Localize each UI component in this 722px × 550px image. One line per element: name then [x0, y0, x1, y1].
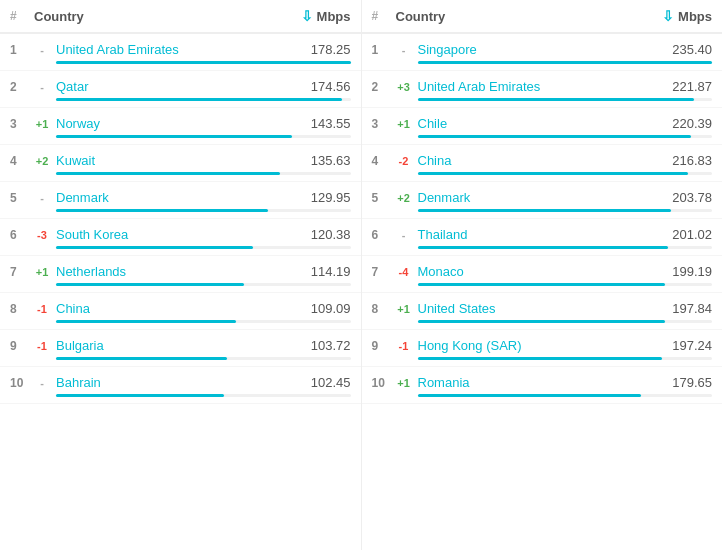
panel-left: #Country⇩Mbps1-United Arab Emirates178.2… [0, 0, 362, 550]
table-row: 5+2Denmark203.78 [362, 182, 723, 219]
row-change: - [28, 377, 56, 389]
table-row: 3+1Norway143.55 [0, 108, 361, 145]
table-row: 7-4Monaco199.19 [362, 256, 723, 293]
row-country-name[interactable]: Netherlands [56, 264, 311, 279]
row-top: 8-1China109.09 [10, 301, 351, 316]
mbps-text: Mbps [678, 9, 712, 24]
row-change: +1 [390, 377, 418, 389]
row-speed-value: 221.87 [672, 79, 712, 94]
row-top: 3+1Norway143.55 [10, 116, 351, 131]
row-top: 1-United Arab Emirates178.25 [10, 42, 351, 57]
progress-bar-fill [418, 135, 692, 138]
row-country-name[interactable]: China [418, 153, 673, 168]
progress-bar-background [56, 209, 351, 212]
row-change: -4 [390, 266, 418, 278]
progress-bar-fill [56, 320, 236, 323]
progress-bar-background [418, 394, 713, 397]
progress-bar-background [56, 283, 351, 286]
table-row: 2+3United Arab Emirates221.87 [362, 71, 723, 108]
table-row: 4+2Kuwait135.63 [0, 145, 361, 182]
row-speed-value: 120.38 [311, 227, 351, 242]
row-speed-value: 203.78 [672, 190, 712, 205]
row-number: 7 [10, 265, 28, 279]
row-number: 3 [372, 117, 390, 131]
row-country-name[interactable]: Bulgaria [56, 338, 311, 353]
row-number: 2 [372, 80, 390, 94]
table-row: 1-Singapore235.40 [362, 34, 723, 71]
row-speed-value: 114.19 [311, 264, 351, 279]
row-country-name[interactable]: Kuwait [56, 153, 311, 168]
row-country-name[interactable]: Romania [418, 375, 673, 390]
row-number: 10 [372, 376, 390, 390]
row-number: 1 [372, 43, 390, 57]
row-country-name[interactable]: Chile [418, 116, 673, 131]
row-change: -3 [28, 229, 56, 241]
row-top: 2-Qatar174.56 [10, 79, 351, 94]
row-change: -1 [28, 303, 56, 315]
row-speed-value: 174.56 [311, 79, 351, 94]
progress-bar-background [56, 320, 351, 323]
progress-bar-background [56, 135, 351, 138]
row-country-name[interactable]: Denmark [418, 190, 673, 205]
progress-bar-fill [56, 394, 224, 397]
row-number: 8 [372, 302, 390, 316]
row-country-name[interactable]: Norway [56, 116, 311, 131]
row-country-name[interactable]: China [56, 301, 311, 316]
row-country-name[interactable]: Monaco [418, 264, 673, 279]
row-country-name[interactable]: Singapore [418, 42, 673, 57]
row-speed-value: 216.83 [672, 153, 712, 168]
row-top: 7-4Monaco199.19 [372, 264, 713, 279]
row-top: 5+2Denmark203.78 [372, 190, 713, 205]
row-top: 6-Thailand201.02 [372, 227, 713, 242]
progress-bar-fill [56, 283, 244, 286]
row-speed-value: 179.65 [672, 375, 712, 390]
progress-bar-fill [418, 172, 689, 175]
row-country-name[interactable]: Bahrain [56, 375, 311, 390]
row-number: 9 [10, 339, 28, 353]
row-top: 9-1Hong Kong (SAR)197.24 [372, 338, 713, 353]
row-change: +1 [28, 118, 56, 130]
table-row: 8+1United States197.84 [362, 293, 723, 330]
row-change: - [390, 229, 418, 241]
table-row: 6-3South Korea120.38 [0, 219, 361, 256]
row-country-name[interactable]: United States [418, 301, 673, 316]
row-country-name[interactable]: Denmark [56, 190, 311, 205]
progress-bar-fill [56, 209, 268, 212]
row-speed-value: 199.19 [672, 264, 712, 279]
row-country-name[interactable]: United Arab Emirates [418, 79, 673, 94]
row-top: 10+1Romania179.65 [372, 375, 713, 390]
progress-bar-fill [418, 283, 665, 286]
table-row: 9-1Bulgaria103.72 [0, 330, 361, 367]
header-left: #Country⇩Mbps [0, 0, 361, 34]
progress-bar-fill [56, 172, 280, 175]
row-change: +1 [28, 266, 56, 278]
progress-bar-background [418, 135, 713, 138]
row-country-name[interactable]: Qatar [56, 79, 311, 94]
header-hash: # [372, 9, 396, 23]
row-country-name[interactable]: South Korea [56, 227, 311, 242]
row-number: 10 [10, 376, 28, 390]
row-change: +1 [390, 118, 418, 130]
progress-bar-background [56, 61, 351, 64]
row-speed-value: 201.02 [672, 227, 712, 242]
progress-bar-fill [418, 394, 642, 397]
row-change: - [28, 44, 56, 56]
row-change: - [390, 44, 418, 56]
row-speed-value: 103.72 [311, 338, 351, 353]
header-right: #Country⇩Mbps [362, 0, 723, 34]
row-speed-value: 102.45 [311, 375, 351, 390]
row-speed-value: 178.25 [311, 42, 351, 57]
progress-bar-fill [418, 357, 662, 360]
row-number: 4 [372, 154, 390, 168]
row-number: 1 [10, 43, 28, 57]
progress-bar-fill [56, 61, 351, 64]
progress-bar-background [418, 98, 713, 101]
row-top: 4-2China216.83 [372, 153, 713, 168]
row-change: -1 [390, 340, 418, 352]
progress-bar-fill [56, 98, 342, 101]
progress-bar-fill [418, 98, 695, 101]
row-country-name[interactable]: Hong Kong (SAR) [418, 338, 673, 353]
row-country-name[interactable]: Thailand [418, 227, 673, 242]
header-mbps-label: ⇩Mbps [662, 8, 712, 24]
row-country-name[interactable]: United Arab Emirates [56, 42, 311, 57]
